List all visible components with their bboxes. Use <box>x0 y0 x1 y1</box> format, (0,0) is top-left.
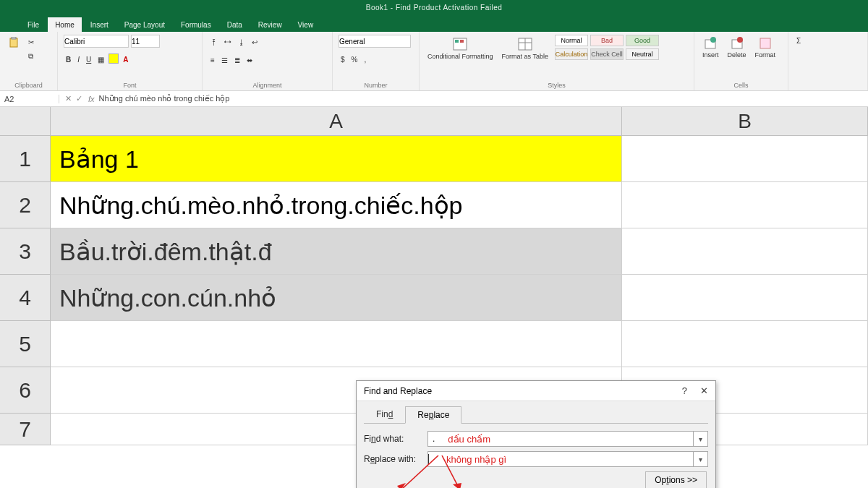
select-all-corner[interactable] <box>0 107 51 136</box>
align-top-button[interactable]: ⭱ <box>208 36 220 48</box>
cell-A4[interactable]: Những.con.cún.nhỏ <box>51 275 622 321</box>
row-header-6[interactable]: 6 <box>0 367 51 414</box>
tab-view[interactable]: View <box>291 17 321 32</box>
row-header-3[interactable]: 3 <box>0 228 51 275</box>
cell-B1[interactable] <box>622 136 868 182</box>
ribbon-tabs: File Home Insert Page Layout Formulas Da… <box>0 14 868 32</box>
dialog-close-button[interactable]: ✕ <box>700 385 708 396</box>
ribbon: ✂ ⧉ Clipboard B I U ▦ A Font ⭱ <box>0 32 868 91</box>
find-what-input[interactable]: . dấu chấm ▾ <box>427 431 708 447</box>
delete-cells-button[interactable]: Delete <box>726 35 749 61</box>
svg-point-11 <box>737 37 743 43</box>
style-good[interactable]: Good <box>626 35 659 46</box>
wrap-text-button[interactable]: ↩ <box>250 36 260 48</box>
formula-content[interactable]: Những chú mèo nhỏ trong chiếc hộp <box>99 94 230 103</box>
percent-button[interactable]: % <box>349 53 360 66</box>
find-what-dropdown[interactable]: ▾ <box>693 431 707 447</box>
cell-B5[interactable] <box>622 321 868 367</box>
group-alignment: ⭱ ⭤ ⭳ ↩ ≡ ☰ ≣ ⬌ Alignment <box>203 32 333 90</box>
row-header-5[interactable]: 5 <box>0 321 51 367</box>
autosum-button[interactable]: Σ <box>794 35 803 47</box>
cell-A3[interactable]: Bầu.trời.đêm.thật.đ <box>51 228 622 275</box>
cells-label: Cells <box>700 80 782 89</box>
cell-A1[interactable]: Bảng 1 <box>51 136 622 182</box>
format-as-table-button[interactable]: Format as Table <box>500 35 550 63</box>
tab-insert[interactable]: Insert <box>83 17 116 32</box>
row-header-7[interactable]: 7 <box>0 414 51 445</box>
replace-with-input[interactable]: không nhập gì ▾ <box>427 451 708 467</box>
tab-data[interactable]: Data <box>220 17 250 32</box>
row-header-2[interactable]: 2 <box>0 182 51 228</box>
cancel-formula-icon[interactable]: ✕ <box>65 94 72 103</box>
align-left-button[interactable]: ≡ <box>208 54 217 67</box>
style-calculation[interactable]: Calculation <box>555 48 588 60</box>
row-header-4[interactable]: 4 <box>0 275 51 321</box>
font-name-combo[interactable] <box>64 35 129 48</box>
name-box[interactable]: A2 <box>0 95 59 103</box>
column-header-B[interactable]: B <box>622 107 868 136</box>
copy-button[interactable]: ⧉ <box>26 50 35 63</box>
align-center-button[interactable]: ☰ <box>219 54 230 67</box>
row-header-1[interactable]: 1 <box>0 136 51 182</box>
comma-button[interactable]: , <box>362 53 368 66</box>
font-size-combo[interactable] <box>131 35 160 48</box>
align-right-button[interactable]: ≣ <box>232 54 242 67</box>
style-normal[interactable]: Normal <box>555 35 588 46</box>
svg-point-9 <box>710 37 716 43</box>
cell-B2[interactable] <box>622 182 868 228</box>
column-header-A[interactable]: A <box>51 107 622 136</box>
tab-home[interactable]: Home <box>48 17 82 32</box>
cell-A2[interactable]: Những.chú.mèo.nhỏ.trong.chiếc.hộp <box>51 182 622 228</box>
fx-icon[interactable]: fx <box>88 95 99 103</box>
find-what-label: Find what: <box>364 434 427 444</box>
italic-button[interactable]: I <box>75 53 82 66</box>
currency-button[interactable]: $ <box>339 53 347 66</box>
tab-find-dialog[interactable]: Find <box>364 406 405 423</box>
cell-B4[interactable] <box>622 275 868 321</box>
dialog-help-button[interactable]: ? <box>682 385 687 396</box>
enter-formula-icon[interactable]: ✓ <box>76 94 82 103</box>
paste-button[interactable] <box>6 35 22 52</box>
fill-color-button[interactable] <box>109 53 119 64</box>
annotation-find: dấu chấm <box>448 434 490 445</box>
align-bottom-button[interactable]: ⭳ <box>236 36 247 48</box>
insert-cells-button[interactable]: Insert <box>700 35 721 61</box>
tab-review[interactable]: Review <box>251 17 289 32</box>
dialog-title-text: Find and Replace <box>364 386 432 396</box>
tab-replace-dialog[interactable]: Replace <box>405 406 461 424</box>
style-neutral[interactable]: Neutral <box>626 48 659 60</box>
conditional-formatting-button[interactable]: Conditional Formatting <box>425 35 495 63</box>
font-color-button[interactable]: A <box>121 53 130 66</box>
merge-button[interactable]: ⬌ <box>244 54 255 67</box>
number-format-combo[interactable] <box>339 35 411 48</box>
underline-button[interactable]: U <box>84 53 93 66</box>
tab-formulas[interactable]: Formulas <box>174 17 218 32</box>
cell-A5[interactable] <box>51 321 622 367</box>
borders-button[interactable]: ▦ <box>95 53 106 66</box>
styles-label: Styles <box>425 80 688 89</box>
replace-with-dropdown[interactable]: ▾ <box>693 451 707 467</box>
title-bar: Book1 - Find Product Activation Failed <box>0 0 868 14</box>
window-title: Book1 - Find Product Activation Failed <box>366 4 503 12</box>
format-cells-button[interactable]: Format <box>753 35 778 61</box>
style-check-cell[interactable]: Check Cell <box>590 48 624 60</box>
group-font: B I U ▦ A Font <box>58 32 203 90</box>
replace-with-label: Replace with: <box>364 454 427 464</box>
alignment-label: Alignment <box>208 80 326 89</box>
bold-button[interactable]: B <box>64 53 73 66</box>
tab-file[interactable]: File <box>20 17 46 32</box>
font-label: Font <box>64 80 196 89</box>
tab-page-layout[interactable]: Page Layout <box>117 17 172 32</box>
style-bad[interactable]: Bad <box>590 35 624 46</box>
svg-rect-12 <box>760 38 770 48</box>
group-number: $ % , Number <box>333 32 420 90</box>
group-styles: Conditional Formatting Format as Table N… <box>420 32 694 90</box>
worksheet: A B 1 Bảng 1 2 Những.chú.mèo.nhỏ.trong.c… <box>0 107 868 488</box>
dialog-titlebar[interactable]: Find and Replace ? ✕ <box>357 381 715 401</box>
align-middle-button[interactable]: ⭤ <box>222 36 234 48</box>
options-button[interactable]: Options >> <box>645 471 707 488</box>
format-icon <box>759 37 772 50</box>
cut-button[interactable]: ✂ <box>26 36 36 48</box>
cell-B3[interactable] <box>622 228 868 275</box>
svg-rect-1 <box>12 37 16 39</box>
